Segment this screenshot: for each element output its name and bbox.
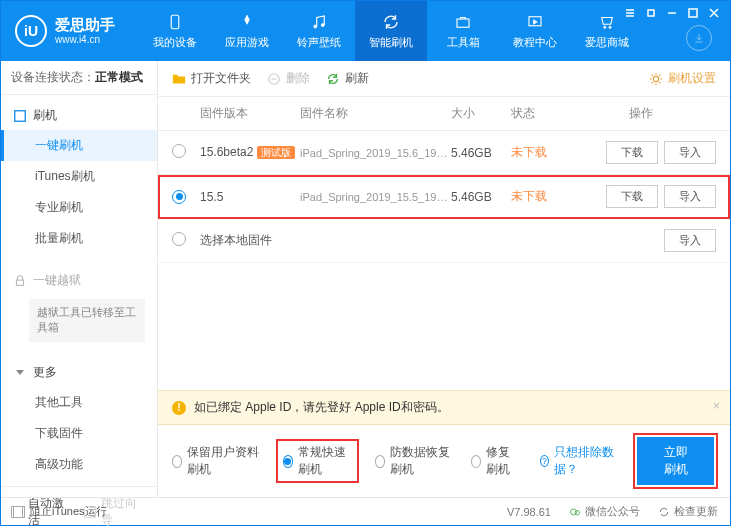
delete-button[interactable]: 删除 — [267, 70, 310, 87]
sidebar-group-flash[interactable]: 刷机 — [1, 101, 157, 130]
music-icon — [310, 13, 328, 31]
info-exclude[interactable]: ?只想排除数据？ — [540, 444, 618, 478]
warning-icon: ! — [172, 401, 186, 415]
download-manager-button[interactable] — [686, 25, 712, 51]
flash-now-button[interactable]: 立即刷机 — [637, 437, 714, 485]
square-icon — [13, 109, 27, 123]
sidebar-group-more[interactable]: 更多 — [1, 358, 157, 387]
play-icon — [526, 13, 544, 31]
col-ops: 操作 — [566, 105, 716, 122]
device-connection-status: 设备连接状态：正常模式 — [1, 61, 157, 95]
svg-point-6 — [609, 26, 611, 28]
close-button[interactable] — [704, 5, 724, 21]
table-header: 固件版本 固件名称 大小 状态 操作 — [158, 97, 730, 131]
statusbar: 阻止iTunes运行 V7.98.61 微信公众号 检查更新 — [1, 497, 730, 525]
lock-icon — [13, 274, 27, 288]
cart-icon — [598, 13, 616, 31]
sidebar-item-itunes-flash[interactable]: iTunes刷机 — [1, 161, 157, 192]
col-status: 状态 — [511, 105, 566, 122]
opt-normal-fast[interactable]: 常规快速刷机 — [278, 441, 357, 481]
svg-point-12 — [653, 76, 658, 81]
nav-ringtones[interactable]: 铃声壁纸 — [283, 1, 355, 61]
nav-tutorials[interactable]: 教程中心 — [499, 1, 571, 61]
nav-flash[interactable]: 智能刷机 — [355, 1, 427, 61]
nav-apps[interactable]: 应用游戏 — [211, 1, 283, 61]
import-button[interactable]: 导入 — [664, 185, 716, 208]
phone-icon — [166, 13, 184, 31]
col-name: 固件名称 — [300, 105, 451, 122]
sidebar: 设备连接状态：正常模式 刷机 一键刷机 iTunes刷机 专业刷机 批量刷机 一… — [1, 61, 158, 497]
svg-rect-7 — [689, 9, 697, 17]
close-icon[interactable]: × — [713, 399, 720, 413]
chevron-down-icon — [13, 365, 27, 379]
row-radio[interactable] — [172, 144, 186, 158]
nav-toolbox[interactable]: 工具箱 — [427, 1, 499, 61]
app-title: 爱思助手 — [55, 16, 115, 34]
svg-point-2 — [321, 23, 324, 26]
wechat-link[interactable]: 微信公众号 — [569, 504, 640, 519]
block-itunes-checkbox[interactable]: 阻止iTunes运行 — [13, 504, 107, 519]
app-icon — [238, 13, 256, 31]
apple-id-notice: ! 如已绑定 Apple ID，请先登好 Apple ID和密码。 × — [158, 390, 730, 425]
info-icon: ? — [540, 455, 550, 467]
opt-keep-data[interactable]: 保留用户资料刷机 — [172, 444, 260, 478]
svg-rect-9 — [17, 280, 24, 285]
col-size: 大小 — [451, 105, 511, 122]
opt-anti-recovery[interactable]: 防数据恢复刷机 — [375, 444, 453, 478]
sidebar-item-advanced[interactable]: 高级功能 — [1, 449, 157, 480]
menu-button[interactable] — [620, 5, 640, 21]
toolbar: 打开文件夹 删除 刷新 刷机设置 — [158, 61, 730, 97]
refresh-icon — [382, 13, 400, 31]
skin-button[interactable] — [641, 5, 661, 21]
titlebar: iU 爱思助手 www.i4.cn 我的设备 应用游戏 铃声壁纸 智能刷机 工具… — [1, 1, 730, 61]
sidebar-item-other-tools[interactable]: 其他工具 — [1, 387, 157, 418]
svg-rect-0 — [171, 15, 179, 29]
logo-icon: iU — [15, 15, 47, 47]
flash-options: 保留用户资料刷机 常规快速刷机 防数据恢复刷机 修复刷机 ?只想排除数据？ 立即… — [158, 425, 730, 497]
col-version: 固件版本 — [200, 105, 300, 122]
flash-settings-button[interactable]: 刷机设置 — [649, 70, 716, 87]
toolbox-icon — [454, 13, 472, 31]
firmware-row[interactable]: 15.6beta2测试版 iPad_Spring_2019_15.6_19G50… — [158, 131, 730, 175]
svg-point-1 — [314, 25, 317, 28]
svg-point-14 — [575, 510, 580, 515]
sidebar-item-batch-flash[interactable]: 批量刷机 — [1, 223, 157, 254]
sidebar-item-oneclick-flash[interactable]: 一键刷机 — [1, 130, 157, 161]
jailbreak-moved-note: 越狱工具已转移至工具箱 — [29, 299, 145, 342]
nav-my-device[interactable]: 我的设备 — [139, 1, 211, 61]
sidebar-item-pro-flash[interactable]: 专业刷机 — [1, 192, 157, 223]
sidebar-item-download-firmware[interactable]: 下载固件 — [1, 418, 157, 449]
beta-tag: 测试版 — [257, 146, 295, 159]
refresh-button[interactable]: 刷新 — [326, 70, 369, 87]
import-button[interactable]: 导入 — [664, 229, 716, 252]
sidebar-group-jailbreak[interactable]: 一键越狱 — [1, 266, 157, 295]
version-label: V7.98.61 — [507, 506, 551, 518]
app-logo: iU 爱思助手 www.i4.cn — [1, 1, 129, 61]
app-subtitle: www.i4.cn — [55, 34, 115, 46]
firmware-row[interactable]: 15.5 iPad_Spring_2019_15.5_19F77_Restore… — [158, 175, 730, 219]
check-update-link[interactable]: 检查更新 — [658, 504, 718, 519]
download-button[interactable]: 下载 — [606, 141, 658, 164]
minimize-button[interactable] — [662, 5, 682, 21]
main-nav: 我的设备 应用游戏 铃声壁纸 智能刷机 工具箱 教程中心 爱思商城 — [139, 1, 643, 61]
svg-point-5 — [604, 26, 606, 28]
local-firmware-row[interactable]: 选择本地固件 导入 — [158, 219, 730, 263]
svg-rect-3 — [457, 19, 469, 27]
svg-rect-8 — [15, 110, 26, 121]
import-button[interactable]: 导入 — [664, 141, 716, 164]
row-radio[interactable] — [172, 232, 186, 246]
row-radio[interactable] — [172, 190, 186, 204]
download-button[interactable]: 下载 — [606, 185, 658, 208]
maximize-button[interactable] — [683, 5, 703, 21]
opt-repair[interactable]: 修复刷机 — [471, 444, 522, 478]
open-folder-button[interactable]: 打开文件夹 — [172, 70, 251, 87]
